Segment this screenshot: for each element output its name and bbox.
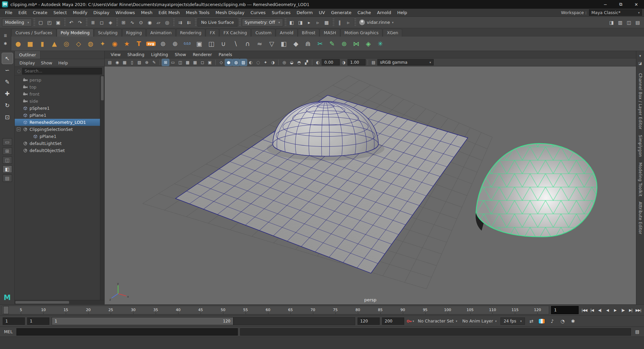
collapse-handle[interactable] [284,18,286,26]
workspace-dropdown[interactable]: Maya Classic* ▾ [589,9,642,16]
timeline-tick[interactable]: 80 [346,306,369,314]
menu-set-dropdown[interactable]: Modeling ▾ [2,18,32,27]
select-hierarchy-icon[interactable]: ≣ [89,18,97,27]
combine-icon[interactable]: ▣ [194,38,205,49]
menubar-item[interactable]: UV [316,9,328,16]
toggle-attribute-editor-icon[interactable]: ▥ [616,18,625,27]
timeline-tick[interactable]: 20 [77,306,100,314]
gamma-icon[interactable]: ◑ [340,59,347,66]
timeline-tick[interactable]: 100 [436,306,459,314]
mute-icon[interactable]: ♪ [548,317,556,325]
separate-icon[interactable]: ◫ [206,38,217,49]
poly-torus-icon[interactable]: ◎ [61,38,72,49]
timeline-tick[interactable]: 5 [10,306,32,314]
select-camera-icon[interactable]: ▤ [106,59,113,66]
collapse-handle[interactable] [238,18,241,26]
step-forward-frame-button[interactable]: ▶| [627,306,634,314]
input-connections-icon[interactable]: ⇉ [176,18,184,27]
platonic-solid-icon[interactable]: ✦ [97,38,108,49]
menubar-item[interactable]: Create [30,9,50,16]
auto-key-toggle[interactable]: ▾ [407,318,414,324]
outliner-row-top[interactable]: top [15,84,100,91]
menubar-item[interactable]: Arnold [374,9,394,16]
grease-pencil-icon[interactable]: ✎ [151,59,158,66]
viewport-scene[interactable]: x y z persp [105,66,636,304]
field-chart-icon[interactable]: ▦ [192,59,199,66]
snap-to-grid-icon[interactable]: ⊞ [119,18,128,27]
ambient-occlusion-icon[interactable]: ◒ [288,59,295,66]
outliner-menu-item[interactable]: Help [56,60,71,65]
shelf-tab[interactable]: FX [206,29,219,37]
focus-selection-icon[interactable]: ⊚ [157,38,169,49]
play-backwards-button[interactable]: ◀ [604,306,611,314]
safe-title-icon[interactable]: ▣ [206,59,213,66]
menubar-item[interactable]: Help [394,9,410,16]
safe-action-icon[interactable]: ◻ [199,59,206,66]
toggle-tool-settings-icon[interactable]: ◫ [625,18,633,27]
colorspace-dropdown[interactable]: sRGB gamma ▾ [377,59,434,65]
star-primitive-icon[interactable]: ★ [121,38,132,49]
lasso-tool[interactable]: ∽ [2,65,13,76]
expand-toggle-icon[interactable]: − [17,128,20,131]
timeline-tick[interactable]: 30 [122,306,145,314]
shelf-tab[interactable]: Animation [146,29,176,37]
shadows-icon[interactable]: ◑ [269,59,276,66]
outliner-horizontal-scrollbar[interactable] [15,300,104,304]
exposure-icon[interactable]: ◐ [314,59,321,66]
shelf-tab[interactable]: Sculpting [94,29,121,37]
outliner-menu-item[interactable]: Show [38,60,55,65]
outliner-row-psphere1[interactable]: pSphere1 [15,105,100,112]
menubar-item[interactable]: Select [50,9,70,16]
anti-aliasing-icon[interactable]: ▞ [303,59,310,66]
range-track[interactable]: 1 120 [52,317,355,325]
command-input[interactable] [16,328,238,336]
animation-end-field[interactable]: 200 [382,317,404,325]
collapse-handle[interactable] [85,18,88,26]
viewport-menu-item[interactable]: Lighting [148,52,171,57]
select-component-icon[interactable]: ◈ [106,18,115,27]
sidebar-options-icon[interactable]: ▾ [637,53,643,58]
outliner-row-persp[interactable]: persp [15,77,100,84]
timeline-tick[interactable]: 65 [279,306,302,314]
use-default-material-icon[interactable]: ◐ [247,59,254,66]
command-language-toggle[interactable]: MEL [3,329,14,334]
move-tool[interactable]: ✚ [2,88,13,99]
timeline-tick[interactable]: 105 [459,306,481,314]
pause-viewport-icon[interactable]: ‖ [335,18,344,27]
smooth-mesh-icon[interactable]: ≈ [254,38,265,49]
outliner-vertical-scrollbar[interactable] [100,76,104,300]
fps-dropdown[interactable]: 24 fps ▾ [500,317,525,325]
range-active-region[interactable]: 1 120 [52,317,234,325]
pan-zoom-icon[interactable]: ⊕ [143,59,150,66]
poly-cube-icon[interactable]: ■ [24,38,36,49]
step-back-frame-button[interactable]: |◀ [588,306,596,314]
step-back-key-button[interactable]: ◀| [596,306,603,314]
redo-icon[interactable]: ↷ [75,18,84,27]
color-management-icon[interactable]: ▤ [370,59,377,66]
timeline-tick[interactable]: 120 [526,306,549,314]
shelf-tab[interactable]: Poly Modeling [57,29,94,37]
lighting-icon[interactable]: ✦ [262,59,269,66]
character-set-dropdown[interactable]: No Character Set ▾ [417,318,459,323]
timeline-tick[interactable]: 95 [414,306,436,314]
step-forward-key-button[interactable]: |▶ [619,306,627,314]
rotate-tool[interactable]: ↻ [2,100,13,111]
connect-icon[interactable]: ⋈ [351,38,362,49]
user-account-menu[interactable]: vidar.rinne ▾ [359,19,394,25]
collapse-handle[interactable] [332,18,334,26]
undo-icon[interactable]: ↶ [67,18,75,27]
timeline-tick[interactable]: 25 [100,306,122,314]
xray-icon[interactable]: ◌ [255,59,262,66]
tab-modeling-toolkit[interactable]: Modeling Toolkit [638,162,643,197]
poly-cone-icon[interactable]: ▲ [49,38,60,49]
shelf-tab[interactable]: MASH [320,29,340,37]
bevel-icon[interactable]: ◆ [290,38,302,49]
menubar-item[interactable]: Generate [328,9,355,16]
tab-simplygon[interactable]: Simplygon [638,135,643,157]
output-connections-icon[interactable]: ⇇ [184,18,193,27]
menubar-item[interactable]: Deform [293,9,316,16]
maximize-button[interactable]: ⧉ [613,0,629,9]
toggle-modeling-toolkit-icon[interactable]: ◨ [607,18,616,27]
menubar-item[interactable]: Mesh Tools [183,9,212,16]
make-live-icon[interactable]: ◎ [163,18,171,27]
